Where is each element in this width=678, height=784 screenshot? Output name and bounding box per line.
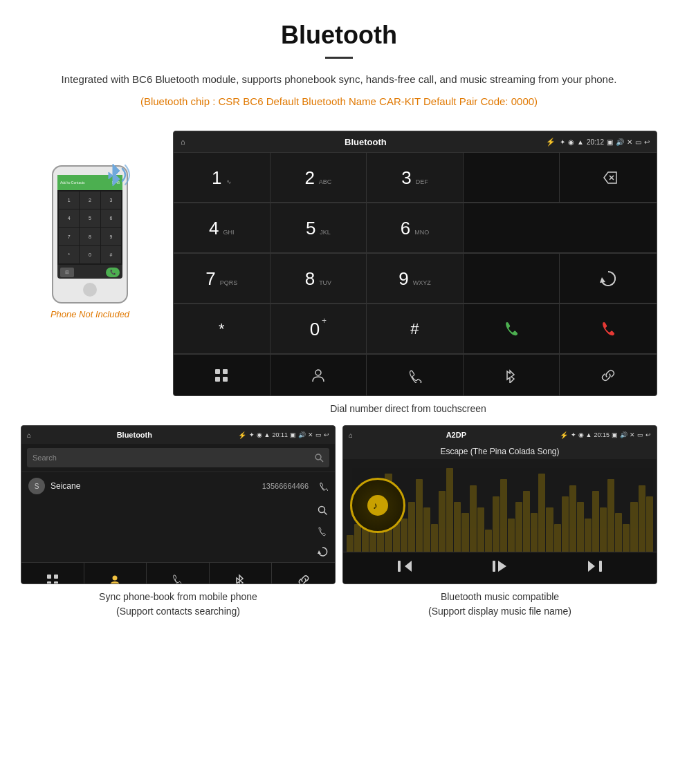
main-content: Add to Contacts M:45 1 2 3 4 5 6 7 8 9 * [0, 124, 678, 396]
location-icon: ◉ [568, 138, 574, 146]
svg-line-10 [320, 459, 323, 462]
window-icon: ▭ [635, 138, 641, 146]
pb-tool-person[interactable] [84, 563, 147, 584]
empty-cell-2 [464, 254, 560, 304]
album-inner: ♪ [367, 495, 388, 516]
pb-time: 20:11 [272, 431, 288, 438]
pb-signal-icon: ▲ [264, 431, 271, 438]
contact-avatar: S [28, 478, 45, 494]
phonebook-block: ⌂ Bluetooth ⚡ ✦ ◉ ▲ 20:11 ▣ 🔊 ✕ ▭ ↩ Sear… [21, 425, 336, 619]
status-icons: ✦ ◉ ▲ 20:12 ▣ 🔊 ✕ ▭ ↩ [560, 138, 650, 146]
ms-back-icon: ↩ [645, 431, 651, 438]
pb-tool-phone[interactable] [147, 563, 210, 584]
pb-phone-icon [172, 574, 184, 585]
rewind-btn[interactable] [396, 558, 413, 578]
phone-icon [407, 368, 422, 383]
toolbar-bt-btn[interactable] [464, 355, 560, 395]
music-controls [343, 552, 657, 584]
ms-home-icon: ⌂ [349, 431, 353, 439]
phone-key-6: 6 [101, 209, 121, 227]
phone-home-button [83, 283, 97, 297]
title-divider [325, 57, 353, 59]
ms-title: A2DP [356, 431, 557, 439]
dial-screen-title: Bluetooth [190, 137, 542, 147]
svg-point-9 [315, 454, 321, 460]
key-3[interactable]: 3 DEF [367, 153, 464, 203]
rewind-icon [396, 558, 413, 575]
phone-not-included-label: Phone Not Included [51, 309, 129, 319]
time-display: 20:12 [587, 138, 604, 146]
play-pause-btn[interactable] [491, 558, 508, 578]
svg-point-8 [315, 370, 321, 375]
key-hash[interactable]: # [367, 304, 464, 354]
key-4[interactable]: 4 GHI [174, 203, 271, 253]
pb-tool-grid[interactable] [21, 563, 84, 584]
ms-volume-icon: 🔊 [620, 431, 627, 438]
person-icon [311, 368, 326, 383]
svg-rect-7 [223, 377, 228, 382]
phonebook-caption: Sync phone-book from mobile phone (Suppo… [21, 590, 336, 619]
pb-person-icon [109, 574, 121, 585]
toolbar-phone-btn[interactable] [367, 355, 464, 395]
ms-close-icon: ✕ [630, 431, 635, 438]
toolbar-grid-btn[interactable] [174, 355, 271, 395]
toolbar-person-btn[interactable] [271, 355, 367, 395]
phonebook-search[interactable]: Search [27, 448, 329, 467]
backspace-btn[interactable] [560, 153, 657, 203]
svg-point-11 [319, 507, 325, 513]
page-title: Bluetooth [55, 21, 623, 50]
key-7[interactable]: 7 PQRS [174, 254, 271, 304]
svg-marker-23 [498, 561, 506, 572]
phone-key-hash: # [101, 246, 121, 263]
pb-phone-icon-side [317, 525, 328, 536]
svg-rect-5 [223, 369, 228, 374]
end-call-button[interactable] [560, 304, 657, 354]
redial-btn[interactable] [560, 254, 657, 304]
pb-search-icon-side [317, 505, 328, 516]
svg-rect-17 [54, 581, 58, 585]
svg-point-18 [113, 575, 118, 580]
svg-rect-24 [493, 561, 495, 572]
toolbar-link-btn[interactable] [560, 355, 657, 395]
key-5[interactable]: 5 JKL [271, 203, 367, 253]
phone-key-9: 9 [101, 228, 121, 245]
pb-tool-bt[interactable] [210, 563, 273, 584]
empty-cell-1 [464, 203, 657, 253]
key-8[interactable]: 8 TUV [271, 254, 367, 304]
music-note-icon: ♪ [372, 499, 384, 512]
svg-marker-13 [318, 550, 321, 554]
key-9[interactable]: 9 WXYZ [367, 254, 464, 304]
bluetooth-icon [504, 368, 518, 383]
pb-tool-link[interactable] [272, 563, 335, 584]
svg-rect-16 [47, 581, 51, 585]
dial-row-4: * 0 + # [174, 304, 657, 354]
ms-camera-icon: ▣ [612, 431, 618, 438]
pb-back-icon: ↩ [324, 431, 329, 438]
usb-icon: ⚡ [546, 138, 556, 147]
svg-text:♪: ♪ [373, 500, 378, 511]
contact-call-icon[interactable] [318, 481, 328, 491]
input-display [464, 153, 560, 203]
call-icon [502, 319, 521, 339]
forward-btn[interactable] [587, 558, 603, 578]
grid-icon [214, 368, 229, 383]
contact-number: 13566664466 [262, 482, 309, 490]
svg-rect-21 [398, 561, 401, 572]
dial-row-2: 4 GHI 5 JKL 6 MNO [174, 203, 657, 253]
ms-bt-icon: ✦ [571, 431, 576, 438]
dial-toolbar [174, 354, 657, 395]
ms-time: 20:15 [594, 431, 610, 438]
album-art: ♪ [350, 478, 405, 533]
call-button[interactable] [464, 304, 560, 354]
key-2[interactable]: 2 ABC [271, 153, 367, 203]
key-star[interactable]: * [174, 304, 271, 354]
music-status-bar: ⌂ A2DP ⚡ ✦ ◉ ▲ 20:15 ▣ 🔊 ✕ ▭ ↩ [343, 426, 657, 444]
key-6[interactable]: 6 MNO [367, 203, 464, 253]
phonebook-screen: ⌂ Bluetooth ⚡ ✦ ◉ ▲ 20:11 ▣ 🔊 ✕ ▭ ↩ Sear… [21, 425, 336, 584]
key-1[interactable]: 1 ∿ [174, 153, 271, 203]
page-header: Bluetooth Integrated with BC6 Bluetooth … [0, 0, 678, 124]
key-0[interactable]: 0 + [271, 304, 367, 354]
page-description: Integrated with BC6 Bluetooth module, su… [55, 71, 623, 88]
svg-marker-0 [604, 172, 616, 183]
svg-marker-20 [405, 561, 412, 572]
